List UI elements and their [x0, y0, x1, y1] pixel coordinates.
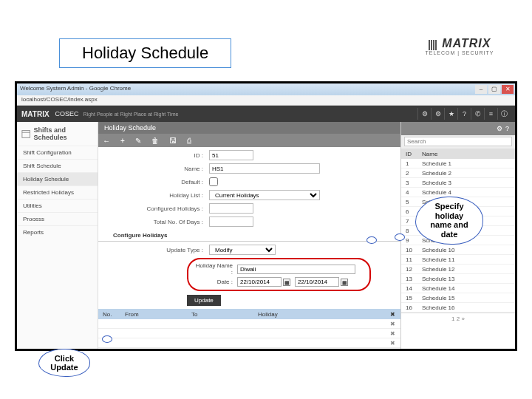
- default-checkbox[interactable]: [209, 177, 218, 187]
- panel-title: Holiday Schedule: [98, 122, 400, 134]
- holiday-name-label: Holiday Name :: [193, 262, 237, 276]
- home-icon[interactable]: ⚙: [417, 108, 431, 120]
- list-item[interactable]: 15Schedule 15: [401, 293, 515, 303]
- sidebar-item[interactable]: Holiday Schedule: [17, 172, 98, 185]
- app-top-icons: ⚙ ⚙ ★ ? ✆ ≡ ⓘ: [417, 106, 511, 122]
- save-icon[interactable]: 🖫: [169, 137, 177, 145]
- window-minimize-button[interactable]: –: [475, 85, 487, 94]
- calendar-from-icon[interactable]: ▦: [283, 279, 290, 286]
- chrome-titlebar: Welcome System Admin - Google Chrome – ▢…: [17, 83, 515, 95]
- sidebar-item[interactable]: Reports: [17, 225, 98, 239]
- phone-icon[interactable]: ✆: [471, 108, 484, 120]
- window-maximize-button[interactable]: ▢: [488, 85, 500, 94]
- star-icon[interactable]: ★: [444, 108, 457, 120]
- sidebar-section: Shifts and Schedules: [17, 122, 98, 146]
- update-type-select[interactable]: Modify: [209, 245, 276, 255]
- holiday-grid: No. From To Holiday ✖ ✖ ✖ ✖ ✖ ✖: [98, 309, 400, 351]
- svg-rect-0: [22, 131, 30, 138]
- sidebar-item[interactable]: Shift Schedule: [17, 159, 98, 172]
- settings-icon[interactable]: ⚙: [431, 108, 444, 120]
- configured-input[interactable]: [209, 203, 253, 214]
- list-item[interactable]: 11Schedule 11: [401, 255, 515, 265]
- list-item[interactable]: 3Schedule 3: [401, 178, 515, 188]
- sidebar-item[interactable]: Restricted Holidays: [17, 185, 98, 199]
- col-to: To: [187, 311, 253, 318]
- window-title: Welcome System Admin - Google Chrome: [20, 85, 131, 92]
- menu-icon[interactable]: ≡: [484, 108, 497, 120]
- name-label: Name :: [113, 166, 209, 172]
- total-days-label: Total No. Of Days :: [113, 219, 209, 225]
- list-item[interactable]: 16Schedule 16: [401, 303, 515, 313]
- list-item[interactable]: 10Schedule 10: [401, 245, 515, 255]
- help-icon[interactable]: ?: [505, 125, 509, 132]
- search-input[interactable]: [404, 137, 512, 146]
- app-product: COSEC: [55, 110, 79, 117]
- callout-update: Click Update: [38, 349, 90, 377]
- col-delete: ✖: [386, 311, 400, 318]
- brand-logo: MATRIX TELECOM | SECURITY: [408, 37, 511, 55]
- edit-icon[interactable]: ✎: [135, 137, 141, 145]
- info-icon[interactable]: ⓘ: [497, 108, 511, 120]
- row-delete-icon[interactable]: ✖: [386, 340, 400, 347]
- default-label: Default :: [113, 179, 209, 185]
- list-item[interactable]: 14Schedule 14: [401, 284, 515, 293]
- col-name: Name: [422, 151, 515, 157]
- callout-connector-dot: [395, 233, 405, 241]
- col-id: ID: [401, 151, 422, 157]
- list-item[interactable]: 12Schedule 12: [401, 265, 515, 274]
- slide-title: Holiday Schedule: [59, 38, 231, 68]
- app-brand: MATRIX: [21, 110, 50, 118]
- brand-name: MATRIX: [442, 37, 491, 50]
- callout-connector-dot: [366, 236, 377, 244]
- row-delete-icon[interactable]: ✖: [386, 330, 400, 337]
- holiday-name-input[interactable]: [237, 265, 355, 274]
- sidebar: Shifts and Schedules Shift Configuration…: [17, 122, 98, 349]
- app-tagline: Right People at Right Place at Right Tim…: [83, 112, 179, 117]
- holiday-list-label: Holiday List :: [113, 192, 209, 199]
- callout-specify: Specify holiday name and date: [415, 197, 483, 245]
- id-label: ID :: [113, 152, 209, 159]
- configure-section: Configure Holidays: [98, 230, 400, 242]
- help-icon[interactable]: ?: [457, 108, 471, 120]
- address-bar[interactable]: localhost/COSEC/index.aspx: [17, 95, 515, 106]
- back-icon[interactable]: ←: [103, 137, 110, 145]
- settings-icon[interactable]: ⚙: [497, 125, 502, 132]
- holiday-list-select[interactable]: Current Holidays: [209, 190, 320, 200]
- date-to-input[interactable]: [295, 277, 339, 287]
- sidebar-item[interactable]: Utilities: [17, 199, 98, 212]
- id-input[interactable]: [209, 150, 253, 160]
- total-days-input[interactable]: [209, 216, 253, 227]
- name-input[interactable]: [209, 163, 320, 174]
- sidebar-item[interactable]: Process: [17, 212, 98, 225]
- pager[interactable]: 1 2 »: [401, 313, 515, 324]
- app-header: MATRIX COSEC Right People at Right Place…: [17, 106, 515, 122]
- highlighted-fields: Holiday Name : Date : ▦ ▦: [187, 258, 371, 291]
- row-delete-icon[interactable]: ✖: [386, 349, 400, 352]
- calendar-icon: [21, 129, 30, 139]
- panel-toolbar: ← + ✎ 🗑 🖫 ⎙: [98, 134, 400, 147]
- logo-bars-icon: [429, 40, 437, 50]
- print-icon[interactable]: ⎙: [187, 137, 191, 145]
- list-item[interactable]: 2Schedule 2: [401, 168, 515, 178]
- brand-subtitle: TELECOM | SECURITY: [408, 50, 511, 55]
- callout-connector-dot: [102, 335, 112, 343]
- sidebar-section-label: Shifts and Schedules: [33, 126, 93, 141]
- configured-label: Configured Holidays :: [113, 205, 209, 212]
- update-type-label: Update Type :: [113, 247, 209, 253]
- list-item[interactable]: 1Schedule 1: [401, 159, 515, 168]
- col-no: No.: [98, 311, 120, 318]
- row-delete-icon[interactable]: ✖: [386, 321, 400, 327]
- delete-icon[interactable]: 🗑: [151, 137, 159, 145]
- update-button[interactable]: Update: [187, 295, 221, 306]
- window-close-button[interactable]: ✕: [502, 85, 514, 94]
- list-item[interactable]: 4Schedule 4: [401, 188, 515, 197]
- col-from: From: [120, 311, 187, 318]
- form-panel: Holiday Schedule ← + ✎ 🗑 🖫 ⎙ ID : Name :: [98, 122, 400, 349]
- sidebar-item[interactable]: Shift Configuration: [17, 146, 98, 159]
- add-icon[interactable]: +: [120, 137, 125, 145]
- list-item[interactable]: 13Schedule 13: [401, 274, 515, 284]
- calendar-to-icon[interactable]: ▦: [341, 279, 348, 286]
- date-label: Date :: [193, 279, 237, 285]
- date-from-input[interactable]: [237, 277, 282, 287]
- col-holiday: Holiday: [253, 311, 386, 318]
